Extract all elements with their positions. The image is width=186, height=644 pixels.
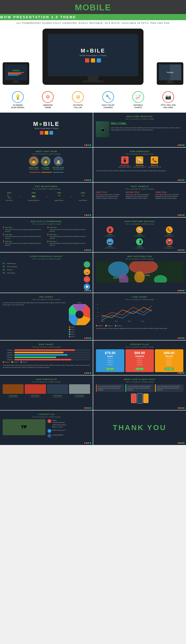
contact-title: CONTACT US — [3, 413, 90, 416]
contact-dots — [84, 442, 91, 444]
step-icon-3: 🛒 — [84, 276, 90, 283]
milestone-arrow-3: → — [69, 195, 73, 199]
feature-charts-icon: 📈 — [132, 91, 144, 103]
welcome-subtitle: This is a example for a subtitle message — [96, 118, 183, 120]
portfolio-dots — [84, 407, 91, 409]
feature-ratio: 🖥 16:9 RATIOFULL HD — [63, 91, 93, 109]
bar-chart-area: Category 1 Category 2 Category 3 Categor… — [3, 349, 90, 363]
phone-mock-2 — [137, 393, 143, 404]
pie-svg — [69, 304, 90, 325]
icon-blocks-dots — [177, 249, 184, 251]
logo-icon-red — [40, 131, 44, 135]
logo-icon-orange — [45, 131, 48, 135]
welcome-body: Lorem ipsum dolor sit amet consectetur a… — [111, 127, 183, 131]
team-member-1: 👨 JOHN LABEL Chief Executive — [29, 156, 39, 170]
bar-legend: Series 1 Series 2 Series 3 — [3, 361, 90, 363]
contact-address-text: Mobile2 Mobile Boulevard12400 SW 152 Str… — [52, 419, 66, 428]
slide-text-sample: TEXT SAMPLE This is a example for a subt… — [93, 183, 186, 217]
milestone-year-2: 1983 — [28, 192, 40, 194]
step-text-3: Checkout — [7, 269, 12, 271]
portfolio-img-1 — [3, 384, 24, 394]
steps-content: 01. Web Browsing 02. Product Selection 0… — [3, 261, 90, 290]
bar-fill-4 — [14, 356, 56, 358]
pie-chart-subtitle: This is a example for a subtitle message — [3, 299, 90, 300]
team-dots — [84, 179, 91, 181]
portfolio-text-3: Lorem ipsum dolor sit — [47, 396, 68, 398]
icon-block-text-3: Lorem ipsum dolor sit — [155, 235, 183, 237]
welcome-greeting: WELCOME, — [111, 121, 183, 126]
feature-ratio-icon: 🖥 — [72, 91, 84, 103]
client-row-1: Lorem ipsum dolor sit amet consectetur a… — [96, 384, 183, 392]
feature-color-icon: 🔧 — [102, 91, 114, 103]
step-icon-1: 🌐 — [84, 261, 90, 268]
milestones-items: 1973 📞 Touch-Tone → 1983 📟 Answering Mac… — [3, 192, 90, 201]
portfolio-title: OUR PORTFOLIO — [3, 378, 90, 381]
pricing-deluxe-price: $99.90 — [157, 351, 182, 355]
services-description: Lorem ipsum dolor sit amet consectetur a… — [96, 170, 183, 172]
contact-website-icon: 🌐 — [48, 429, 51, 433]
text-col-3-body: Lorem ipsum dolor sit amet, consectetur … — [155, 194, 183, 199]
bullet-num-3: 3 — [3, 240, 4, 243]
slide-steps: STEPS PROCESS LAYOUT This is a example f… — [0, 253, 93, 293]
line-chart-area: Cat 1 Cat 2 Cat 3 Cat 4 6 4 2 0 Series 1… — [96, 302, 183, 329]
bullet-num-5: 5 — [47, 233, 49, 236]
steps-subtitle: This is a example for a subtitle message — [3, 258, 90, 260]
pricing-premium-btn[interactable]: BUY NOW — [135, 368, 145, 370]
line-legend-2: Series 2 — [105, 325, 112, 327]
icon-block-text-5: Lorem ipsum dolor sit — [126, 247, 154, 249]
bar-row-1: Category 1 — [3, 349, 90, 351]
bullets-left: 1 Title HereLorem ipsum dolor sit amet c… — [3, 226, 46, 247]
svg-text:Cat 1: Cat 1 — [101, 320, 104, 322]
line-chart-title: LINE CHART — [96, 296, 183, 298]
map-title: MAP DISTRIBUTION — [96, 255, 183, 258]
feature-pptx: 📷 PPTX, PNG, PSDINCLUDED — [153, 91, 183, 109]
pie-legend-3: item 3 — [69, 331, 90, 333]
bar-legend-2: Series 2 — [11, 361, 19, 363]
slide-bullets: BULLETS & NUMBERING This is a example fo… — [0, 218, 93, 252]
feature-pptx-icon: 📷 — [162, 91, 174, 103]
client-card-2: Lorem ipsum dolor sit amet consectetur a… — [125, 384, 154, 392]
icon-block-circle-1: 📱 — [107, 226, 113, 233]
pricing-basic-features: Feature 1Feature 2Feature 3Feature 4 — [98, 358, 123, 366]
bullet-text-4: Title HereLorem ipsum dolor sit amet con… — [49, 226, 90, 232]
pie-side-text: Lorem ipsum dolor sit amet consectetur a… — [3, 302, 67, 337]
feature-animated-label: ANIMATEDTHEME — [33, 104, 63, 109]
pricing-deluxe: $99.90 DELUXE Feature 1Feature 2Feature … — [155, 349, 183, 372]
text-col-1-title: FIRST TITLE — [96, 191, 124, 193]
icon-blocks-subtitle: This is a example for a subtitle message — [96, 223, 183, 225]
pricing-title: PRICING PLAN — [96, 343, 183, 346]
bullet-text-1: Title HereLorem ipsum dolor sit amet con… — [5, 226, 46, 232]
contact-address-icon: 📍 — [48, 419, 51, 423]
text-col-2-body: Lorem ipsum dolor sit amet, consectetur … — [126, 194, 154, 199]
step-text-1: Web Browsing — [7, 263, 15, 264]
feature-pptx-label: PPTX, PNG, PSDINCLUDED — [153, 104, 183, 109]
bullet-text-3: Title HereLorem ipsum dolor sit amet con… — [5, 240, 46, 246]
pricing-basic-btn[interactable]: BUY NOW — [105, 368, 115, 370]
milestone-icon-3: 📱 — [55, 195, 64, 199]
svg-text:2: 2 — [97, 312, 98, 313]
feature-charts-label: EDITABLECHARTS — [123, 104, 153, 109]
services-items: 📱 RESEARCH Lorem ipsum dolor sit 📡 IDEAT… — [96, 156, 183, 168]
bar-track-3 — [14, 354, 90, 356]
portfolio-text-4: Lorem ipsum dolor sit — [69, 396, 90, 398]
bullets-subtitle: This is a example for a subtitle message — [3, 223, 90, 225]
contact-content: 🗺 📍 Mobile2 Mobile Boulevard12400 SW 152… — [3, 419, 90, 439]
service-research-text: Lorem ipsum dolor sit — [119, 166, 131, 168]
svg-text:0: 0 — [97, 316, 98, 317]
bar-row-3: Category 3 — [3, 354, 90, 356]
steps-list: 01. Web Browsing 02. Product Selection 0… — [3, 262, 46, 290]
step-text-4: 24/hr Support — [7, 272, 15, 274]
pricing-deluxe-btn[interactable]: BUY NOW — [164, 368, 174, 370]
pie-chart-title: PIE CHART — [3, 296, 90, 298]
step-2: 02. Product Selection — [3, 266, 46, 267]
text-col-3-title: THIRD TITLE — [155, 191, 183, 193]
step-4: 04. 24/hr Support — [3, 272, 46, 274]
service-ideation-icon: 📡 — [136, 156, 143, 164]
line-dots — [177, 337, 184, 339]
pricing-deluxe-name: DELUXE — [157, 355, 182, 357]
pricing-premium-features: Feature 1Feature 2Feature 3Feature 4 — [127, 358, 152, 366]
pricing-dots — [177, 372, 184, 374]
slide-line-chart: LINE CHART This is a example for a subti… — [93, 293, 186, 340]
milestone-1: 1973 📞 Touch-Tone — [6, 192, 12, 201]
client-card-1: Lorem ipsum dolor sit amet consectetur a… — [96, 384, 124, 392]
